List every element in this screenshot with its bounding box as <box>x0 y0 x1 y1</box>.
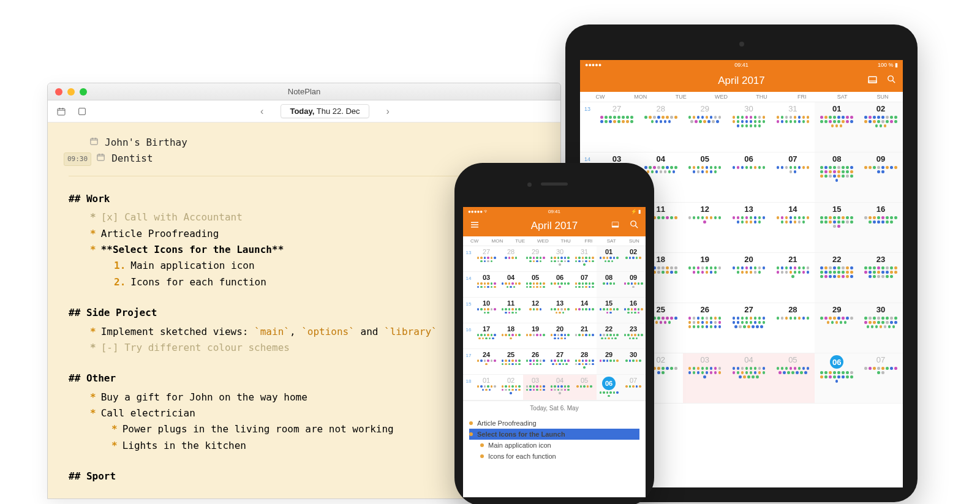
task-list[interactable]: Article ProofreadingSelect Icons for the… <box>463 415 646 464</box>
calendar-day[interactable]: 07 <box>621 375 646 400</box>
calendar-day[interactable]: 08 <box>597 272 621 297</box>
calendar-header: April 2017 <box>463 216 646 236</box>
calendar-day[interactable]: 07 <box>859 353 903 403</box>
calendar-day[interactable]: 07 <box>771 152 815 202</box>
calendar-day[interactable]: 22 <box>815 253 859 303</box>
calendar-day[interactable]: 04 <box>548 375 572 400</box>
calendar-grid[interactable]: CWMONTUEWEDTHUFRISATSUN13272829303101021… <box>463 236 646 401</box>
calendar-day[interactable]: 22 <box>597 323 621 348</box>
calendar-day[interactable]: 02 <box>499 375 523 400</box>
calendar-day[interactable]: 16 <box>621 298 646 323</box>
calendar-day[interactable]: 19 <box>683 253 727 303</box>
calendar-day[interactable]: 28 <box>572 349 597 374</box>
calendar-day[interactable]: 15 <box>597 298 621 323</box>
calendar-day[interactable]: 21 <box>572 323 597 348</box>
calendar-icon <box>89 135 99 151</box>
calendar-day[interactable]: 14 <box>572 298 597 323</box>
calendar-day[interactable]: 11 <box>499 298 523 323</box>
date-picker[interactable]: Today, Thu 22. Dec <box>281 104 369 118</box>
calendar-day[interactable]: 05 <box>523 272 548 297</box>
calendar-day[interactable]: 23 <box>621 323 646 348</box>
calendar-day[interactable]: 28 <box>771 303 815 353</box>
calendar-day[interactable]: 04 <box>499 272 523 297</box>
calendar-day[interactable]: 08 <box>815 152 859 202</box>
calendar-day[interactable]: 13 <box>548 298 572 323</box>
calendar-day[interactable]: 26 <box>523 349 548 374</box>
task-item[interactable]: Article Proofreading <box>469 418 639 429</box>
calendar-day[interactable]: 13 <box>727 203 771 252</box>
calendar-day[interactable]: 06 <box>727 152 771 202</box>
calendar-day[interactable]: 29 <box>683 102 727 152</box>
calendar-day[interactable]: 01 <box>597 246 621 271</box>
calendar-day[interactable]: 14 <box>771 203 815 252</box>
calendar-day[interactable]: 03 <box>474 272 499 297</box>
calendar-day[interactable]: 25 <box>499 349 523 374</box>
calendar-day[interactable]: 30 <box>621 349 646 374</box>
menu-icon[interactable] <box>469 221 480 233</box>
calendar-day[interactable]: 03 <box>683 353 727 403</box>
window-title: NotePlan <box>48 87 560 96</box>
calendar-day[interactable]: 28 <box>499 246 523 271</box>
calendar-day[interactable]: 02 <box>859 102 903 152</box>
calendar-day[interactable]: 21 <box>771 253 815 303</box>
task-item[interactable]: Main application icon <box>469 440 639 451</box>
search-icon[interactable] <box>886 74 897 88</box>
calendar-day[interactable]: 24 <box>474 349 499 374</box>
calendar-day[interactable]: 02 <box>621 246 646 271</box>
calendar-day[interactable]: 31 <box>572 246 597 271</box>
calendar-day[interactable]: 31 <box>771 102 815 152</box>
calendar-day[interactable]: 30 <box>548 246 572 271</box>
svg-rect-8 <box>612 223 618 224</box>
calendar-day[interactable]: 10 <box>474 298 499 323</box>
calendar-day[interactable]: 27 <box>595 102 639 152</box>
calendar-icon[interactable] <box>54 104 69 119</box>
calendar-day[interactable]: 09 <box>621 272 646 297</box>
calendar-day[interactable]: 27 <box>727 303 771 353</box>
calendar-day[interactable]: 19 <box>523 323 548 348</box>
calendar-day[interactable]: 09 <box>859 152 903 202</box>
calendar-header: April 2017 <box>580 70 903 92</box>
calendar-day[interactable]: 05 <box>683 152 727 202</box>
calendar-day[interactable]: 01 <box>815 102 859 152</box>
task-item[interactable]: Select Icons for the Launch <box>469 429 639 440</box>
calendar-day[interactable]: 06 <box>548 272 572 297</box>
calendar-day[interactable]: 06 <box>815 353 859 403</box>
calendar-day[interactable]: 04 <box>727 353 771 403</box>
calendar-day[interactable]: 20 <box>548 323 572 348</box>
calendar-day[interactable]: 23 <box>859 253 903 303</box>
calendar-day[interactable]: 12 <box>683 203 727 252</box>
calendar-day[interactable]: 12 <box>523 298 548 323</box>
calendar-day[interactable]: 06 <box>597 375 621 400</box>
calendar-day[interactable]: 01 <box>474 375 499 400</box>
calendar-day[interactable]: 05 <box>771 353 815 403</box>
svg-rect-5 <box>869 81 876 83</box>
month-title: April 2017 <box>718 75 765 87</box>
next-day-button[interactable]: › <box>382 103 394 119</box>
calendar-day[interactable]: 15 <box>815 203 859 252</box>
today-icon[interactable] <box>610 219 620 233</box>
prev-day-button[interactable]: ‹ <box>255 103 268 119</box>
calendar-day[interactable]: 27 <box>474 246 499 271</box>
calendar-day[interactable]: 30 <box>859 303 903 353</box>
calendar-day[interactable]: 29 <box>597 349 621 374</box>
bullet-icon <box>480 443 484 447</box>
calendar-day[interactable]: 20 <box>727 253 771 303</box>
svg-rect-1 <box>79 108 86 115</box>
calendar-day[interactable]: 05 <box>572 375 597 400</box>
calendar-day[interactable]: 27 <box>548 349 572 374</box>
svg-rect-3 <box>97 155 104 161</box>
calendar-day[interactable]: 30 <box>727 102 771 152</box>
note-icon[interactable] <box>75 104 89 119</box>
calendar-day[interactable]: 03 <box>523 375 548 400</box>
calendar-day[interactable]: 29 <box>815 303 859 353</box>
calendar-day[interactable]: 29 <box>523 246 548 271</box>
calendar-day[interactable]: 17 <box>474 323 499 348</box>
calendar-day[interactable]: 26 <box>683 303 727 353</box>
calendar-day[interactable]: 28 <box>639 102 683 152</box>
calendar-day[interactable]: 16 <box>859 203 903 252</box>
task-item[interactable]: Icons for each function <box>469 451 639 462</box>
today-icon[interactable] <box>867 74 878 88</box>
calendar-day[interactable]: 07 <box>572 272 597 297</box>
calendar-day[interactable]: 18 <box>499 323 523 348</box>
search-icon[interactable] <box>629 219 639 233</box>
